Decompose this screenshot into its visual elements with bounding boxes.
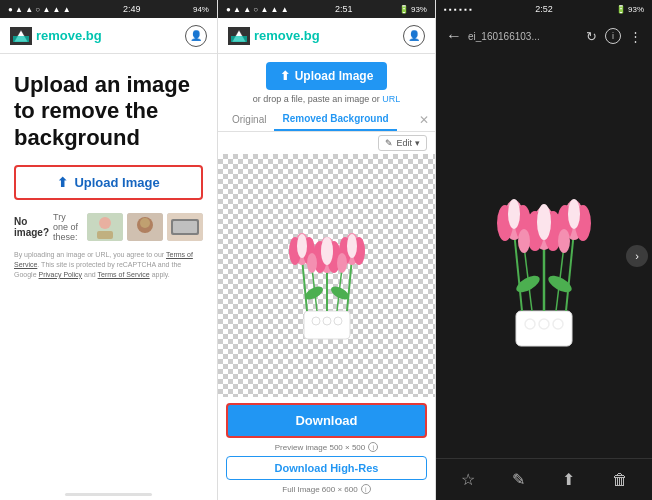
svg-point-38 (307, 253, 317, 273)
svg-point-62 (568, 199, 580, 229)
p3-image-area: › (436, 54, 652, 458)
logo-svg-2 (229, 28, 249, 44)
svg-point-29 (321, 237, 333, 265)
status-icons-left: ● ▲ ▲ ○ ▲ ▲ ▲ (8, 5, 71, 14)
sample-img-3[interactable] (167, 213, 203, 241)
tab-removed-bg[interactable]: Removed Background (274, 108, 396, 131)
svg-rect-11 (173, 221, 197, 233)
logo-1: remove.bg (10, 27, 102, 45)
chevron-right-icon[interactable]: › (626, 245, 648, 267)
back-icon[interactable]: ← (446, 27, 462, 45)
full-image-text: Full Image 600 × 600 i (226, 484, 427, 494)
sample-img-1[interactable] (87, 213, 123, 241)
upload-btn-label-1: Upload Image (74, 175, 159, 190)
p2-top-area: ⬆ Upload Image or drop a file, paste an … (218, 54, 435, 108)
logo-part2-2: .bg (300, 28, 320, 43)
svg-point-58 (508, 199, 520, 229)
upload-btn-label-2: Upload Image (295, 69, 374, 83)
trash-icon[interactable]: 🗑 (612, 471, 628, 489)
terms-link[interactable]: Terms of Service (14, 251, 193, 268)
svg-point-39 (337, 253, 347, 273)
p3-filename: ei_160166103... (468, 31, 540, 42)
try-label: Try one of these: (53, 212, 83, 242)
logo-part1-2: remove (254, 28, 300, 43)
status-battery-1: 94% (193, 5, 209, 14)
svg-rect-5 (97, 231, 113, 239)
upload-image-button-1[interactable]: ⬆ Upload Image (14, 165, 203, 200)
svg-point-64 (558, 229, 570, 253)
status-bar-2: ● ▲ ▲ ○ ▲ ▲ ▲ 2:51 🔋 93% (218, 0, 435, 18)
status-bar-1: ● ▲ ▲ ○ ▲ ▲ ▲ 2:49 94% (0, 0, 217, 18)
info-icon-1: i (368, 442, 378, 452)
star-icon[interactable]: ☆ (461, 470, 475, 489)
logo-text-1: remove.bg (36, 28, 102, 43)
tabs-bar: Original Removed Background ✕ (218, 108, 435, 132)
user-icon-1[interactable]: 👤 (185, 25, 207, 47)
info-icon-browser[interactable]: i (605, 28, 621, 44)
download-hires-label: Download High-Res (275, 462, 379, 474)
status-time-3: 2:52 (535, 4, 553, 14)
nav-bar-2: remove.bg 👤 (218, 18, 435, 54)
svg-point-33 (297, 234, 307, 258)
flower-browser-svg (464, 156, 624, 356)
more-icon[interactable]: ⋮ (629, 29, 642, 44)
url-link[interactable]: URL (382, 94, 400, 104)
status-battery-2: 🔋 93% (399, 5, 427, 14)
svg-point-54 (537, 204, 551, 240)
share-icon[interactable]: ⬆ (562, 470, 575, 489)
download-btn-label: Download (295, 413, 357, 428)
logo-icon-1 (10, 27, 32, 45)
p3-nav-right: ↻ i ⋮ (586, 28, 642, 44)
sample-img-2[interactable] (127, 213, 163, 241)
status-time-2: 2:51 (335, 4, 353, 14)
flower-preview-svg (262, 203, 392, 348)
svg-rect-14 (231, 36, 247, 42)
download-button[interactable]: Download (226, 403, 427, 438)
info-icon-2: i (361, 484, 371, 494)
logo-icon-2 (228, 27, 250, 45)
hero-title: Upload an image to remove the background (14, 72, 203, 151)
edit-bar: ✎ Edit ▾ (218, 132, 435, 154)
logo-part1: remove (36, 28, 82, 43)
p3-bottom-bar: ☆ ✎ ⬆ 🗑 (436, 458, 652, 500)
refresh-icon[interactable]: ↻ (586, 29, 597, 44)
privacy-link[interactable]: Privacy Policy (39, 271, 83, 278)
drop-text-area: or drop a file, paste an image or URL (253, 94, 401, 104)
no-image-label: No image? (14, 216, 49, 238)
logo-2: remove.bg (228, 27, 320, 45)
tab-close-btn[interactable]: ✕ (419, 113, 429, 127)
upload-image-button-2[interactable]: ⬆ Upload Image (266, 62, 388, 90)
panel-1-main: Upload an image to remove the background… (0, 54, 217, 493)
scroll-indicator-1 (65, 493, 152, 496)
logo-svg-1 (11, 28, 31, 44)
logo-text-2: remove.bg (254, 28, 320, 43)
sample-images (87, 213, 203, 241)
upload-icon-1: ⬆ (57, 175, 68, 190)
p3-nav-left: ← ei_160166103... (446, 27, 540, 45)
panel-upload: ● ▲ ▲ ○ ▲ ▲ ▲ 2:49 94% remove.bg 👤 Uploa… (0, 0, 218, 500)
svg-point-4 (99, 217, 111, 229)
edit-button[interactable]: ✎ Edit ▾ (378, 135, 427, 151)
upload-icon-2: ⬆ (280, 69, 290, 83)
no-image-section: No image? Try one of these: (14, 212, 203, 242)
svg-line-21 (347, 258, 352, 311)
status-battery-3: 🔋 93% (616, 5, 644, 14)
terms-link-2[interactable]: Terms of Service (98, 271, 150, 278)
download-hires-button[interactable]: Download High-Res (226, 456, 427, 480)
svg-point-8 (140, 218, 150, 228)
pencil-icon: ✎ (385, 138, 393, 148)
status-icons-left-3: ▪ ▪ ▪ ▪ ▪ ▪ (444, 5, 472, 14)
p3-nav-bar: ← ei_160166103... ↻ i ⋮ (436, 18, 652, 54)
logo-part2: .bg (82, 28, 102, 43)
tab-original[interactable]: Original (224, 109, 274, 130)
image-preview-area (218, 154, 435, 397)
panel-result: ● ▲ ▲ ○ ▲ ▲ ▲ 2:51 🔋 93% remove.bg 👤 ⬆ U… (218, 0, 436, 500)
svg-point-37 (347, 234, 357, 258)
status-time-1: 2:49 (123, 4, 141, 14)
edit-btn-label: Edit (396, 138, 412, 148)
svg-point-63 (518, 229, 530, 253)
user-icon-2[interactable]: 👤 (403, 25, 425, 47)
edit-icon[interactable]: ✎ (512, 470, 525, 489)
panel-browser: ▪ ▪ ▪ ▪ ▪ ▪ 2:52 🔋 93% ← ei_160166103...… (436, 0, 652, 500)
preview-size-text: Preview image 500 × 500 i (226, 442, 427, 452)
